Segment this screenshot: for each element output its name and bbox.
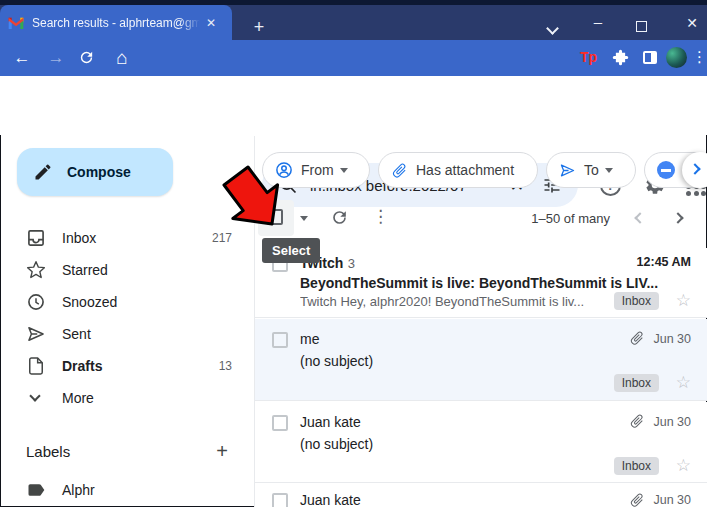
forward-button[interactable]: → bbox=[42, 40, 70, 76]
sidebar-item-starred[interactable]: Starred bbox=[8, 254, 246, 286]
profile-avatar[interactable] bbox=[666, 47, 687, 68]
browser-menu-kebab-icon[interactable]: ⋮ bbox=[692, 48, 707, 66]
inbox-label-badge: Inbox bbox=[614, 292, 659, 310]
select-tooltip: Select bbox=[262, 238, 320, 263]
extensions-puzzle-icon[interactable] bbox=[612, 49, 629, 66]
pagination-text: 1–50 of many bbox=[480, 211, 610, 226]
star-icon bbox=[26, 260, 46, 280]
email-date: Jun 30 bbox=[653, 332, 691, 346]
back-button[interactable]: ← bbox=[8, 40, 36, 76]
chevron-down-icon bbox=[340, 168, 348, 173]
browser-tab[interactable]: Search results - alphrteam@gma ✕ bbox=[0, 5, 232, 40]
send-icon bbox=[559, 162, 576, 179]
clock-icon bbox=[26, 292, 46, 312]
chip-label: To bbox=[584, 162, 599, 178]
older-page-chevron-icon[interactable] bbox=[672, 212, 683, 223]
browser-window: Search results - alphrteam@gma ✕ + – ✕ ←… bbox=[0, 0, 707, 507]
sidebar-item-label: More bbox=[62, 390, 232, 406]
select-all-checkbox-hover[interactable] bbox=[258, 200, 294, 236]
to-filter-chip[interactable]: To bbox=[546, 152, 636, 188]
home-button[interactable]: ⌂ bbox=[108, 40, 136, 76]
create-label-button[interactable]: + bbox=[210, 440, 234, 463]
chevron-down-icon bbox=[605, 168, 613, 173]
sidebar-item-drafts[interactable]: Drafts 13 bbox=[8, 350, 246, 382]
gmail-favicon-icon bbox=[8, 17, 24, 29]
email-row-twitch[interactable]: Twitch 3 12:45 AM BeyondTheSummit is liv… bbox=[255, 248, 707, 318]
row-checkbox[interactable] bbox=[272, 415, 288, 431]
titlebar: Search results - alphrteam@gma ✕ + – ✕ bbox=[0, 5, 707, 40]
sidebar-item-more[interactable]: More bbox=[8, 382, 246, 414]
email-time: 12:45 AM bbox=[637, 255, 691, 269]
select-all-checkbox[interactable] bbox=[267, 209, 283, 225]
inbox-label-badge: Inbox bbox=[614, 374, 659, 392]
email-sender: Juan kate bbox=[300, 414, 361, 430]
label-name: Alphr bbox=[62, 482, 246, 498]
minimize-button[interactable]: – bbox=[586, 13, 610, 30]
chip-label: Has attachment bbox=[416, 162, 514, 178]
row-checkbox[interactable] bbox=[272, 493, 288, 507]
attachment-paperclip-icon bbox=[626, 410, 649, 433]
minus-circle-icon bbox=[657, 161, 675, 179]
sidebar-item-snoozed[interactable]: Snoozed bbox=[8, 286, 246, 318]
email-subject: (no subject) bbox=[300, 436, 373, 452]
inbox-label-badge: Inbox bbox=[614, 457, 659, 475]
chip-label: From bbox=[301, 162, 334, 178]
sidebar-item-label: Inbox bbox=[62, 230, 212, 246]
email-sender: Juan kate bbox=[300, 492, 361, 507]
label-tag-icon bbox=[26, 480, 46, 500]
tab-close-icon[interactable]: ✕ bbox=[202, 14, 220, 32]
send-icon bbox=[26, 324, 46, 344]
sidebar-item-label: Snoozed bbox=[62, 294, 232, 310]
maximize-button[interactable] bbox=[636, 21, 647, 32]
row-checkbox[interactable] bbox=[272, 332, 288, 348]
tab-title: Search results - alphrteam@gma bbox=[32, 16, 200, 30]
email-row-me[interactable]: me Jun 30 (no subject) Inbox ☆ bbox=[255, 319, 707, 401]
sidebar-item-label: Drafts bbox=[62, 358, 219, 374]
gmail-header: Gmail in:inbox before:2022/07 ✕ ? bbox=[0, 76, 707, 135]
select-dropdown-caret-icon[interactable] bbox=[300, 216, 308, 221]
sidebar-item-count: 217 bbox=[212, 231, 232, 245]
browser-toolbar: ← → ⌂ mail.google.com/mail/u/0/#search/i… bbox=[0, 40, 707, 76]
more-options-kebab-icon[interactable]: ⋮ bbox=[372, 206, 389, 227]
chevron-right-icon bbox=[689, 163, 700, 174]
chevron-down-icon bbox=[26, 388, 46, 408]
attachment-paperclip-icon bbox=[626, 489, 649, 507]
sidebar-item-inbox[interactable]: Inbox 217 bbox=[8, 222, 246, 254]
email-subject: (no subject) bbox=[300, 353, 373, 369]
refresh-icon[interactable] bbox=[330, 208, 349, 227]
person-circle-icon bbox=[275, 161, 293, 179]
compose-label: Compose bbox=[67, 164, 131, 180]
email-date: Jun 30 bbox=[653, 415, 691, 429]
paperclip-icon bbox=[387, 158, 411, 182]
new-tab-button[interactable]: + bbox=[248, 17, 270, 39]
draft-file-icon bbox=[26, 356, 46, 376]
sidebar-item-label: Starred bbox=[62, 262, 232, 278]
sidebar-item-label: Sent bbox=[62, 326, 232, 342]
email-subject: BeyondTheSummit is live: BeyondTheSummit… bbox=[300, 275, 700, 291]
labels-heading: Labels bbox=[26, 443, 70, 460]
email-row-juan-kate-partial[interactable]: Juan kate Jun 30 bbox=[255, 483, 707, 507]
compose-button[interactable]: Compose bbox=[17, 148, 173, 196]
attachment-paperclip-icon bbox=[626, 327, 649, 350]
sidebar-label-alphr[interactable]: Alphr bbox=[8, 474, 246, 506]
inbox-icon bbox=[26, 228, 46, 248]
star-toggle-icon[interactable]: ☆ bbox=[676, 372, 691, 393]
tp-extension-icon[interactable]: Tp bbox=[580, 49, 597, 65]
newer-page-chevron-icon[interactable] bbox=[634, 212, 645, 223]
sidebar-item-sent[interactable]: Sent bbox=[8, 318, 246, 350]
close-window-button[interactable]: ✕ bbox=[680, 15, 704, 31]
reload-button[interactable] bbox=[78, 49, 95, 66]
star-toggle-icon[interactable]: ☆ bbox=[676, 290, 691, 311]
has-attachment-filter-chip[interactable]: Has attachment bbox=[378, 152, 538, 188]
email-row-juan-kate[interactable]: Juan kate Jun 30 (no subject) Inbox ☆ bbox=[255, 402, 707, 483]
compose-pencil-icon bbox=[33, 162, 53, 182]
email-date: Jun 30 bbox=[653, 493, 691, 507]
email-snippet: Twitch Hey, alphr2020! BeyondTheSummit i… bbox=[300, 294, 610, 309]
side-panel-icon[interactable] bbox=[643, 51, 657, 64]
email-sender: me bbox=[300, 331, 319, 347]
from-filter-chip[interactable]: From bbox=[262, 152, 370, 188]
tab-search-icon[interactable] bbox=[548, 24, 557, 33]
star-toggle-icon[interactable]: ☆ bbox=[676, 455, 691, 476]
